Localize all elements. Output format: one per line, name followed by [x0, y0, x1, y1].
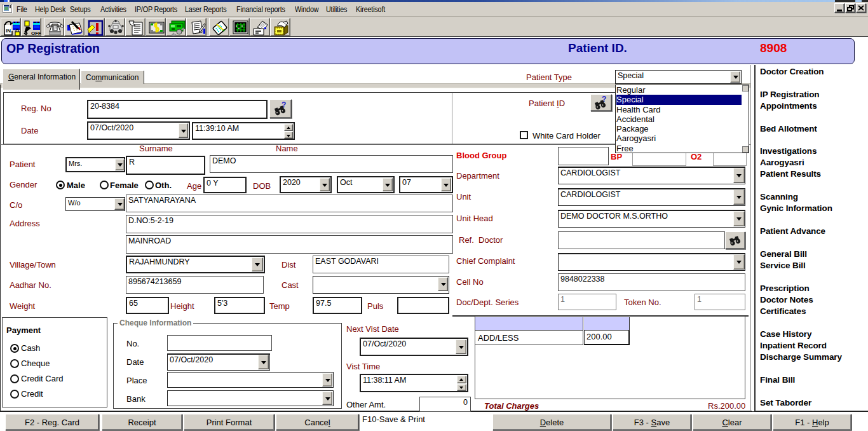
svg-text:OFF: OFF — [31, 31, 41, 36]
svg-text:IN: IN — [6, 28, 11, 34]
